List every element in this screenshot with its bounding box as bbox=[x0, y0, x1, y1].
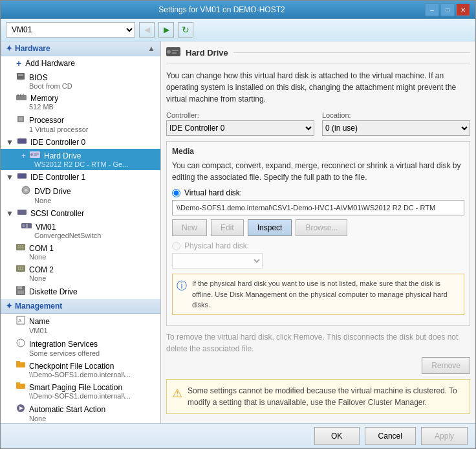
management-section-header: ✦ Management bbox=[1, 299, 160, 314]
svg-point-26 bbox=[22, 247, 23, 248]
browse-button[interactable]: Browse... bbox=[296, 219, 347, 236]
media-button-row: New Edit Inspect Browse... bbox=[172, 219, 464, 236]
physical-hd-select[interactable] bbox=[172, 253, 263, 268]
apply-button[interactable]: Apply bbox=[421, 427, 468, 445]
edit-button[interactable]: Edit bbox=[211, 219, 244, 236]
hardware-star-icon: ✦ bbox=[6, 44, 12, 53]
physical-hd-radio[interactable] bbox=[172, 242, 180, 250]
sidebar-item-autostart[interactable]: Automatic Start Action None bbox=[1, 402, 160, 423]
svg-rect-12 bbox=[34, 155, 37, 156]
panel-divider bbox=[233, 52, 470, 53]
smartpaging-icon bbox=[16, 382, 25, 392]
media-description: You can compact, convert, expand, merge,… bbox=[172, 160, 464, 183]
location-group: Location: 0 (in use) bbox=[322, 111, 470, 136]
sidebar-item-smartpaging[interactable]: Smart Paging File Location \\Demo-SOFS1.… bbox=[1, 380, 160, 402]
close-button[interactable]: ✕ bbox=[456, 3, 470, 16]
sidebar-item-processor[interactable]: Processor 1 Virtual processor bbox=[1, 113, 160, 135]
minimize-button[interactable]: – bbox=[425, 3, 439, 16]
svg-rect-36 bbox=[22, 287, 23, 289]
checkpoint-label: Checkpoint File Location bbox=[29, 362, 114, 371]
memory-sub: 512 MB bbox=[16, 103, 155, 111]
maximize-button[interactable]: □ bbox=[440, 3, 455, 16]
name-sub: VM01 bbox=[16, 327, 155, 334]
scsi-label: SCSI Controller bbox=[30, 209, 84, 218]
svg-point-28 bbox=[18, 267, 19, 268]
nav-refresh-button[interactable]: ↻ bbox=[178, 22, 193, 38]
svg-rect-45 bbox=[16, 382, 20, 385]
vm-select[interactable]: VM01 bbox=[6, 22, 135, 38]
sidebar-item-network[interactable]: VM01 ConvergedNetSwitch bbox=[1, 220, 160, 241]
location-select[interactable]: 0 (in use) bbox=[322, 120, 470, 136]
dvd-icon bbox=[21, 186, 30, 197]
svg-text:A: A bbox=[18, 318, 22, 323]
svg-rect-37 bbox=[17, 290, 24, 294]
window-title: Settings for VM01 on DEMO-HOST2 bbox=[19, 5, 425, 14]
sidebar-item-integration[interactable]: i Integration Services Some services off… bbox=[1, 336, 160, 359]
sidebar-item-ide0[interactable]: ▼ IDE Controller 0 bbox=[1, 135, 160, 149]
warning-icon: ⚠ bbox=[172, 385, 182, 408]
checkpoint-icon bbox=[16, 361, 25, 371]
name-label: Name bbox=[29, 317, 50, 326]
svg-point-49 bbox=[167, 50, 171, 54]
sidebar-item-ide1[interactable]: ▼ IDE Controller 1 bbox=[1, 170, 160, 184]
warning-text: Some settings cannot be modified because… bbox=[188, 385, 464, 408]
media-group: Media You can compact, convert, expand, … bbox=[166, 141, 470, 326]
svg-point-30 bbox=[22, 267, 23, 268]
sidebar-item-scsi[interactable]: ▼ SCSI Controller bbox=[1, 206, 160, 220]
ide1-icon bbox=[17, 172, 27, 182]
bios-label: BIOS bbox=[29, 73, 48, 82]
vm01-net-sub: ConvergedNetSwitch bbox=[21, 232, 155, 239]
hdd-expand-icon: + bbox=[21, 151, 26, 160]
physical-hd-label: Physical hard disk: bbox=[184, 241, 249, 250]
svg-rect-11 bbox=[34, 153, 39, 155]
media-title: Media bbox=[172, 147, 464, 156]
inspect-button[interactable]: Inspect bbox=[248, 219, 292, 236]
autostart-sub: None bbox=[16, 415, 155, 422]
memory-label: Memory bbox=[30, 94, 58, 103]
svg-point-40 bbox=[17, 339, 25, 347]
svg-point-29 bbox=[20, 267, 21, 268]
ok-button[interactable]: OK bbox=[314, 427, 360, 445]
sidebar-item-com2[interactable]: COM 2 None bbox=[1, 263, 160, 284]
svg-rect-16 bbox=[17, 210, 27, 215]
ide1-expand-icon: ▼ bbox=[6, 173, 14, 182]
sidebar-item-memory[interactable]: Memory 512 MB bbox=[1, 92, 160, 113]
controller-select[interactable]: IDE Controller 0 bbox=[166, 120, 314, 136]
com2-sub: None bbox=[16, 274, 155, 282]
sidebar-item-diskette[interactable]: Diskette Drive bbox=[1, 284, 160, 299]
sidebar-item-com1[interactable]: COM 1 None bbox=[1, 241, 160, 263]
diskette-icon bbox=[16, 286, 25, 297]
svg-rect-0 bbox=[17, 73, 25, 80]
sidebar-item-name[interactable]: A Name VM01 bbox=[1, 314, 160, 336]
cancel-button[interactable]: Cancel bbox=[365, 427, 416, 445]
sidebar-item-dvd[interactable]: DVD Drive None bbox=[1, 184, 160, 206]
smartpaging-sub: \\Demo-SOFS1.demo.internal\... bbox=[16, 392, 155, 400]
new-button[interactable]: New bbox=[172, 219, 207, 236]
sidebar-item-add-hardware[interactable]: + Add Hardware bbox=[1, 56, 160, 71]
sidebar-item-bios[interactable]: BIOS Boot from CD bbox=[1, 71, 160, 92]
remove-description: To remove the virtual hard disk, click R… bbox=[166, 331, 470, 355]
physical-info-box: ⓘ If the physical hard disk you want to … bbox=[172, 274, 464, 315]
integration-sub: Some services offered bbox=[16, 349, 155, 357]
svg-rect-8 bbox=[17, 138, 27, 144]
nav-forward-button[interactable]: ▶ bbox=[158, 22, 174, 38]
autostart-icon bbox=[16, 404, 25, 415]
checkpoint-sub: \\Demo-SOFS1.demo.internal\... bbox=[16, 371, 155, 378]
bios-icon bbox=[16, 72, 25, 82]
sidebar-item-hard-drive[interactable]: + Hard Drive WS2012 R2 DC - RTM - Ge... bbox=[1, 149, 160, 170]
svg-point-10 bbox=[30, 153, 33, 156]
hard-drive-sub: WS2012 R2 DC - RTM - Ge... bbox=[21, 160, 155, 168]
remove-button[interactable]: Remove bbox=[422, 357, 470, 374]
virtual-hd-radio[interactable] bbox=[172, 189, 180, 197]
svg-rect-13 bbox=[17, 173, 27, 179]
nav-back-button[interactable]: ◀ bbox=[139, 22, 155, 38]
processor-label: Processor bbox=[29, 116, 64, 125]
sidebar-item-checkpoint[interactable]: Checkpoint File Location \\Demo-SOFS1.de… bbox=[1, 359, 160, 380]
location-label: Location: bbox=[322, 111, 470, 119]
svg-rect-35 bbox=[17, 286, 23, 289]
net-icon bbox=[21, 222, 32, 232]
title-bar: Settings for VM01 on DEMO-HOST2 – □ ✕ bbox=[1, 1, 475, 19]
integration-label: Integration Services bbox=[29, 340, 98, 349]
virtual-hd-path-input[interactable] bbox=[172, 200, 464, 215]
svg-point-23 bbox=[22, 245, 23, 246]
